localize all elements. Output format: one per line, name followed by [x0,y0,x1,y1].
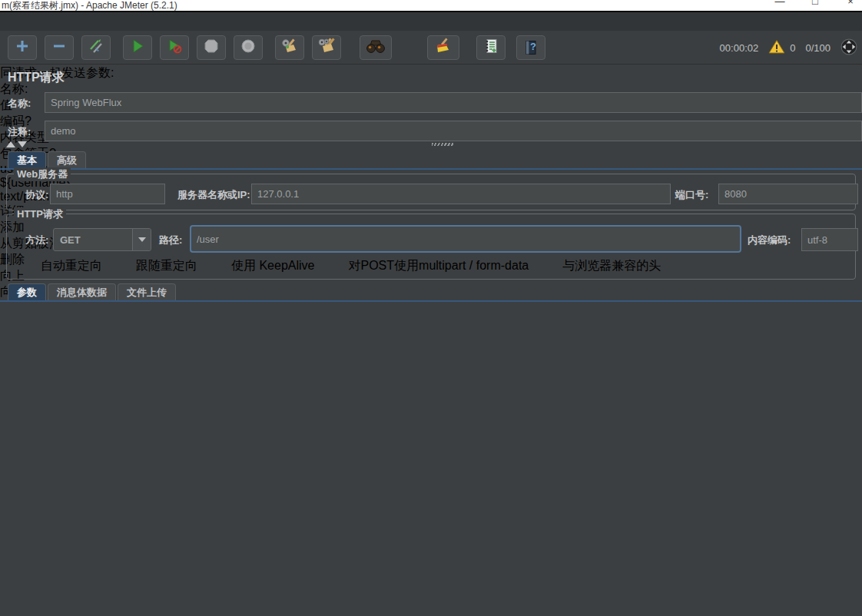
remove-button[interactable] [45,35,74,60]
help-button[interactable]: ? [516,35,545,60]
checkbox-follow-redirect[interactable]: 跟随重定向 [119,258,197,274]
new-testplan-button[interactable] [8,35,37,60]
stop-octagon-icon [204,38,219,57]
thread-count: 0/100 [805,42,831,54]
tab-advanced[interactable]: 高级 [48,151,86,168]
web-server-legend: Web服务器 [14,167,71,181]
server-input[interactable] [251,184,671,204]
tab-underline [0,168,862,170]
path-label: 路径: [159,233,182,247]
plus-icon [15,38,30,57]
checkbox-icon[interactable] [214,260,226,272]
warning-indicator[interactable]: 0 [768,39,795,57]
gear-broom-icon [281,38,298,58]
pencils-icon [88,38,104,57]
path-input[interactable] [190,225,741,253]
gears-broom-icon [318,38,335,58]
checkbox-icon[interactable] [332,260,343,272]
maximize-button[interactable]: □ [810,0,821,7]
checkbox-icon[interactable] [119,260,131,272]
elapsed-timer: 00:00:02 [720,42,759,54]
templates-button[interactable] [81,35,111,60]
name-input[interactable] [45,92,862,113]
http-request-legend: HTTP请求 [14,207,66,221]
clear-search-button[interactable] [427,35,459,60]
comment-input[interactable] [45,121,862,141]
minus-icon [51,38,67,57]
local-indicator-icon [840,38,857,58]
menu-strip [0,12,862,31]
warning-icon [768,39,785,57]
binoculars-icon [366,38,386,57]
start-button[interactable] [123,35,152,60]
checkbox-browser-compatible-headers[interactable]: 与浏览器兼容的头 [545,258,661,274]
checkbox-icon[interactable] [545,260,557,272]
close-button[interactable]: × [845,0,856,7]
http-request-group: HTTP请求 方法: GET 路径: 内容编码: 自动重定向 跟随重定向 [6,214,856,280]
function-helper-icon [483,38,499,57]
port-input[interactable] [718,184,858,204]
page-title: HTTP请求 [8,70,65,86]
checkbox-multipart[interactable]: 对POST使用multipart / form-data [332,258,529,274]
splitter-collapse-controls[interactable] [6,141,27,147]
method-dropdown-button[interactable] [132,229,151,250]
start-no-pauses-button[interactable] [160,35,189,60]
request-options-row: 自动重定向 跟随重定向 使用 KeepAlive 对POST使用multipar… [24,258,671,274]
shutdown-button[interactable] [234,35,263,60]
server-label: 服务器名称或IP: [177,188,250,202]
sampler-panel: HTTP请求 名称: 注释: 基本 高级 Web服务器 协议: 服务器名称或IP… [0,65,862,616]
clear-button[interactable] [275,35,304,60]
web-server-group: Web服务器 协议: 服务器名称或IP: 端口号: [6,174,856,210]
encoding-input[interactable] [801,228,858,251]
protocol-label: 协议: [25,188,48,202]
warning-count: 0 [790,42,795,54]
play-icon [130,38,145,57]
help-book-icon: ? [523,40,539,55]
params-table-caption: 同请求一起发送参数: [0,65,862,81]
play-no-pause-icon [167,38,182,57]
splitter-grip[interactable] [432,143,453,146]
checkbox-keepalive[interactable]: 使用 KeepAlive [214,258,315,274]
window-title: m(察看结果树.jmx) - Apache JMeter (5.2.1) [2,0,177,11]
minimize-button[interactable]: — [774,0,785,7]
collapse-up-icon[interactable] [6,141,15,147]
method-label: 方法: [25,233,48,247]
collapse-down-icon[interactable] [18,141,27,147]
shutdown-circle-icon [240,38,256,57]
checkbox-icon[interactable] [24,260,35,272]
broom-icon [434,38,453,58]
name-label: 名称: [8,97,31,111]
jmeter-window: m(察看结果树.jmx) - Apache JMeter (5.2.1) — □… [0,0,862,616]
title-bar: m(察看结果树.jmx) - Apache JMeter (5.2.1) — □… [0,0,862,11]
search-button[interactable] [360,35,392,60]
tab-basic[interactable]: 基本 [8,151,46,168]
method-select[interactable]: GET [53,228,151,251]
tab-parameters[interactable]: 参数 [8,283,46,300]
method-value: GET [54,229,132,250]
stop-button[interactable] [197,35,226,60]
tab-body-data[interactable]: 消息体数据 [48,283,116,300]
port-label: 端口号: [675,188,708,202]
tab-files-upload[interactable]: 文件上传 [118,283,176,300]
param-tab-underline [0,300,862,302]
column-header-include-equals[interactable]: 包含等于? [0,146,862,162]
toolbar: ? 00:00:02 0 0/100 [0,31,862,65]
chevron-down-icon [138,237,146,242]
comment-label: 注释: [8,125,31,139]
checkbox-auto-redirect[interactable]: 自动重定向 [24,258,102,274]
function-helper-button[interactable] [476,35,506,60]
protocol-input[interactable] [50,184,165,204]
encoding-label: 内容编码: [748,233,791,247]
clear-all-button[interactable] [312,35,341,60]
